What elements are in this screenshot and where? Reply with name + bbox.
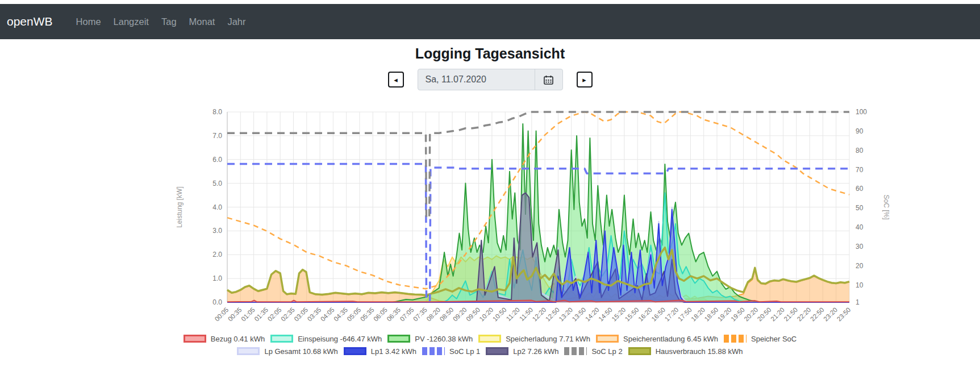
svg-text:04:35: 04:35 bbox=[332, 306, 349, 323]
svg-text:03:05: 03:05 bbox=[293, 306, 309, 323]
svg-text:80: 80 bbox=[856, 147, 864, 155]
svg-text:1: 1 bbox=[856, 298, 860, 306]
legend-item[interactable]: PV -1260.38 kWh bbox=[387, 335, 473, 343]
legend-label: Lp Gesamt 10.68 kWh bbox=[264, 347, 337, 356]
svg-text:22:50: 22:50 bbox=[809, 306, 825, 323]
svg-text:18:50: 18:50 bbox=[703, 306, 720, 323]
svg-text:07:05: 07:05 bbox=[399, 306, 415, 323]
legend-label: SoC Lp 2 bbox=[591, 347, 622, 356]
legend-item[interactable]: Lp Gesamt 10.68 kWh bbox=[237, 347, 337, 356]
legend-item[interactable]: Speicher SoC bbox=[724, 335, 796, 343]
legend-item[interactable]: SoC Lp 2 bbox=[564, 347, 622, 356]
svg-text:10:20: 10:20 bbox=[478, 306, 495, 323]
svg-text:21:20: 21:20 bbox=[769, 306, 786, 323]
svg-text:18:20: 18:20 bbox=[690, 306, 706, 323]
nav-item-monat[interactable]: Monat bbox=[183, 16, 222, 27]
legend-swatch bbox=[486, 347, 508, 355]
svg-text:4.0: 4.0 bbox=[212, 203, 222, 211]
navbar: openWB Home Langzeit Tag Monat Jahr bbox=[0, 4, 980, 39]
legend-swatch bbox=[724, 335, 747, 343]
svg-text:20: 20 bbox=[856, 262, 864, 270]
svg-text:10:50: 10:50 bbox=[491, 306, 508, 323]
date-controls: ◂ Sa, 11.07.2020 ▸ bbox=[0, 69, 980, 90]
svg-text:15:20: 15:20 bbox=[611, 306, 627, 323]
svg-text:09:20: 09:20 bbox=[452, 306, 468, 323]
legend-label: Speicher SoC bbox=[751, 335, 796, 343]
legend-item[interactable]: SoC Lp 1 bbox=[422, 347, 480, 356]
svg-text:5.0: 5.0 bbox=[212, 180, 222, 188]
legend-item[interactable]: Lp2 7.26 kWh bbox=[486, 347, 558, 356]
svg-text:70: 70 bbox=[856, 166, 864, 174]
calendar-button[interactable] bbox=[535, 69, 562, 90]
prev-day-button[interactable]: ◂ bbox=[388, 72, 404, 88]
legend-item[interactable]: Speicherentladung 6.45 kWh bbox=[596, 335, 718, 343]
svg-text:02:35: 02:35 bbox=[280, 306, 296, 323]
legend-item[interactable]: Lp1 3.42 kWh bbox=[344, 347, 416, 356]
legend-item[interactable]: Speicherladung 7.71 kWh bbox=[478, 335, 590, 343]
svg-text:03:35: 03:35 bbox=[306, 306, 323, 323]
svg-text:16:20: 16:20 bbox=[637, 306, 653, 323]
svg-text:17:50: 17:50 bbox=[677, 306, 693, 323]
svg-text:60: 60 bbox=[856, 185, 864, 193]
svg-text:40: 40 bbox=[856, 223, 864, 231]
page: openWB Home Langzeit Tag Monat Jahr Logg… bbox=[0, 0, 980, 375]
legend-swatch bbox=[344, 347, 366, 355]
chart-legend-row-2: Lp Gesamt 10.68 kWhLp1 3.42 kWhSoC Lp 1L… bbox=[0, 345, 980, 357]
svg-text:08:20: 08:20 bbox=[425, 306, 441, 323]
legend-label: Lp1 3.42 kWh bbox=[371, 347, 416, 356]
svg-text:SoC [%]: SoC [%] bbox=[882, 194, 890, 219]
app-logo[interactable]: openWB bbox=[7, 15, 53, 28]
legend-label: SoC Lp 1 bbox=[449, 347, 480, 356]
legend-label: Speicherentladung 6.45 kWh bbox=[623, 335, 718, 343]
legend-label: Bezug 0.41 kWh bbox=[211, 335, 265, 343]
svg-text:13:50: 13:50 bbox=[571, 306, 587, 323]
svg-text:23:20: 23:20 bbox=[822, 306, 839, 323]
next-day-button[interactable]: ▸ bbox=[577, 72, 593, 88]
nav-item-jahr[interactable]: Jahr bbox=[221, 16, 252, 27]
legend-label: Hausverbrauch 15.88 kWh bbox=[656, 347, 743, 356]
legend-swatch bbox=[387, 335, 410, 343]
nav-item-tag[interactable]: Tag bbox=[155, 16, 183, 27]
page-title: Logging Tagesansicht bbox=[0, 45, 980, 62]
svg-text:20:50: 20:50 bbox=[756, 306, 773, 323]
legend-label: Speicherladung 7.71 kWh bbox=[506, 335, 590, 343]
date-input[interactable]: Sa, 11.07.2020 bbox=[418, 69, 535, 90]
svg-text:01:35: 01:35 bbox=[253, 306, 269, 323]
chevron-left-icon: ◂ bbox=[394, 76, 398, 84]
svg-text:12:20: 12:20 bbox=[531, 306, 548, 323]
legend-swatch bbox=[478, 335, 501, 343]
chart-area: 00:0500:3501:0501:3502:0502:3503:0503:35… bbox=[0, 91, 980, 332]
svg-text:00:05: 00:05 bbox=[214, 306, 230, 323]
legend-swatch bbox=[628, 347, 651, 355]
svg-text:90: 90 bbox=[856, 127, 864, 135]
legend-swatch bbox=[184, 335, 206, 343]
svg-text:05:05: 05:05 bbox=[346, 306, 362, 323]
date-picker-group: Sa, 11.07.2020 bbox=[418, 69, 563, 90]
chart-svg: 00:0500:3501:0501:3502:0502:3503:0503:35… bbox=[0, 91, 980, 332]
calendar-icon bbox=[544, 75, 553, 85]
legend-item[interactable]: Bezug 0.41 kWh bbox=[184, 335, 265, 343]
svg-text:100: 100 bbox=[856, 108, 867, 116]
nav-item-home[interactable]: Home bbox=[70, 16, 107, 27]
svg-text:05:35: 05:35 bbox=[359, 306, 376, 323]
legend-swatch bbox=[596, 335, 619, 343]
legend-swatch bbox=[422, 347, 445, 355]
svg-text:11:50: 11:50 bbox=[518, 306, 534, 322]
svg-text:01:05: 01:05 bbox=[240, 306, 256, 323]
svg-text:8.0: 8.0 bbox=[212, 108, 222, 116]
svg-text:0.0: 0.0 bbox=[212, 298, 222, 306]
chart-legend-row-1: Bezug 0.41 kWhEinspeisung -646.47 kWhPV … bbox=[0, 332, 980, 345]
svg-text:12:50: 12:50 bbox=[544, 306, 561, 323]
legend-swatch bbox=[270, 335, 293, 343]
svg-text:50: 50 bbox=[856, 204, 864, 212]
legend-item[interactable]: Hausverbrauch 15.88 kWh bbox=[628, 347, 743, 356]
svg-text:07:35: 07:35 bbox=[412, 306, 428, 323]
nav-item-langzeit[interactable]: Langzeit bbox=[107, 16, 155, 27]
legend-label: Lp2 7.26 kWh bbox=[513, 347, 558, 356]
legend-swatch bbox=[564, 347, 587, 355]
svg-text:14:20: 14:20 bbox=[584, 306, 600, 323]
chevron-right-icon: ▸ bbox=[582, 76, 586, 84]
svg-text:04:05: 04:05 bbox=[319, 306, 336, 323]
svg-text:16:50: 16:50 bbox=[650, 306, 666, 323]
legend-item[interactable]: Einspeisung -646.47 kWh bbox=[270, 335, 382, 343]
